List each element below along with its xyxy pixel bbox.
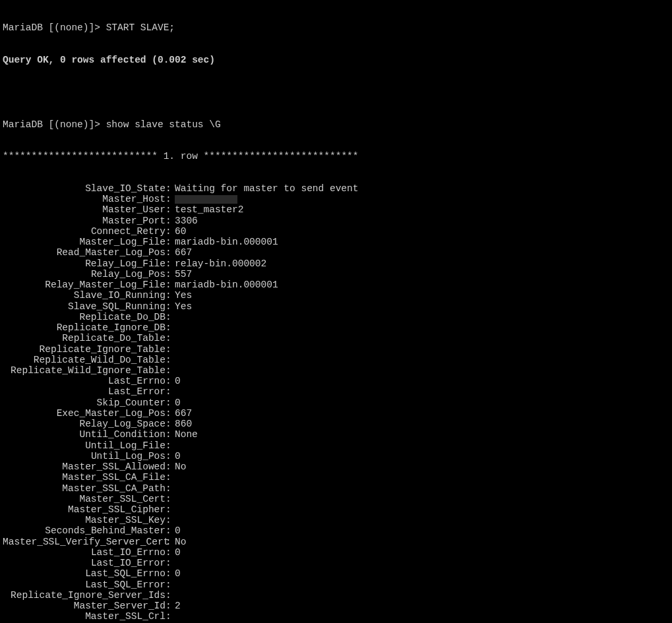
status-row: Last_Error:: [3, 386, 669, 397]
status-row: Slave_IO_Running: Yes: [3, 290, 669, 301]
colon-separator: :: [166, 290, 175, 301]
colon-separator: :: [166, 429, 175, 440]
status-label: Master_SSL_Key: [3, 515, 166, 525]
status-label: Last_SQL_Error: [3, 579, 166, 590]
status-label: Replicate_Wild_Ignore_Table: [3, 365, 166, 376]
status-label: Replicate_Do_DB: [3, 312, 166, 322]
status-row: Read_Master_Log_Pos: 667: [3, 247, 669, 258]
status-row: Until_Log_File:: [3, 440, 669, 451]
status-value: 0: [175, 451, 181, 461]
status-label: Exec_Master_Log_Pos: [3, 408, 166, 419]
colon-separator: :: [166, 483, 175, 494]
colon-separator: :: [166, 461, 175, 472]
colon-separator: :: [166, 568, 175, 579]
status-row: Replicate_Ignore_Table:: [3, 344, 669, 355]
colon-separator: :: [166, 365, 175, 376]
status-label: Until_Condition: [3, 429, 166, 440]
status-label: Last_IO_Error: [3, 558, 166, 568]
status-label: Until_Log_Pos: [3, 451, 166, 461]
status-row: Replicate_Ignore_Server_Ids:: [3, 590, 669, 601]
status-row: Master_SSL_Cipher:: [3, 504, 669, 515]
status-row: Last_SQL_Errno: 0: [3, 568, 669, 579]
status-value: test_master2: [175, 204, 243, 215]
status-label: Replicate_Ignore_DB: [3, 322, 166, 333]
status-label: Master_SSL_Verify_Server_Cert: [3, 537, 166, 547]
command-2: show slave status \G: [106, 119, 221, 130]
status-label: Last_Errno: [3, 376, 166, 386]
status-row: Last_Errno: 0: [3, 376, 669, 386]
status-label: Master_SSL_CA_File: [3, 472, 166, 483]
terminal[interactable]: MariaDB [(none)]> START SLAVE; Query OK,…: [0, 0, 672, 623]
status-value: None: [175, 429, 198, 440]
colon-separator: :: [166, 194, 175, 204]
colon-separator: :: [166, 451, 175, 461]
status-value: 860: [175, 419, 192, 429]
status-row: Replicate_Do_DB:: [3, 312, 669, 322]
status-label: Replicate_Do_Table: [3, 333, 166, 343]
prompt-line-1: MariaDB [(none)]> START SLAVE;: [3, 22, 669, 33]
status-label: Last_Error: [3, 386, 166, 397]
status-value: mariadb-bin.000001: [175, 237, 278, 247]
status-value: 0: [175, 398, 181, 408]
status-value: 0: [175, 568, 181, 579]
prompt-2: MariaDB [(none)]>: [3, 119, 106, 130]
status-row: Master_SSL_Allowed: No: [3, 461, 669, 472]
status-label: Master_Host: [3, 194, 166, 204]
status-label: Connect_Retry: [3, 226, 166, 237]
status-value: Yes: [175, 290, 192, 301]
response-1: Query OK, 0 rows affected (0.002 sec): [3, 55, 669, 65]
status-label: Master_SSL_Cipher: [3, 504, 166, 515]
status-label: Replicate_Ignore_Server_Ids: [3, 590, 166, 601]
colon-separator: :: [166, 515, 175, 525]
colon-separator: :: [166, 216, 175, 226]
blank-line: [3, 87, 669, 98]
status-label: Master_Log_File: [3, 237, 166, 247]
status-row: Replicate_Do_Table:: [3, 333, 669, 343]
colon-separator: :: [166, 547, 175, 558]
status-row: Seconds_Behind_Master: 0: [3, 525, 669, 536]
colon-separator: :: [166, 204, 175, 215]
colon-separator: :: [166, 258, 175, 269]
status-value: 0: [175, 376, 181, 386]
status-row: Relay_Log_Space: 860: [3, 419, 669, 429]
status-row: Slave_SQL_Running: Yes: [3, 301, 669, 312]
status-value: 667: [175, 408, 192, 419]
status-row: Master_SSL_Crl:: [3, 611, 669, 622]
colon-separator: :: [166, 386, 175, 397]
status-row: Replicate_Wild_Ignore_Table:: [3, 365, 669, 376]
redacted-block: [175, 195, 237, 204]
colon-separator: :: [166, 333, 175, 343]
status-row: Last_SQL_Error:: [3, 579, 669, 590]
colon-separator: :: [166, 247, 175, 258]
colon-separator: :: [166, 280, 175, 290]
status-row: Master_Port: 3306: [3, 216, 669, 226]
status-label: Master_SSL_Crl: [3, 611, 166, 622]
colon-separator: :: [166, 301, 175, 312]
status-label: Replicate_Ignore_Table: [3, 344, 166, 355]
status-row: Master_Log_File: mariadb-bin.000001: [3, 237, 669, 247]
status-row: Master_SSL_Key:: [3, 515, 669, 525]
status-label: Master_User: [3, 204, 166, 215]
status-label: Seconds_Behind_Master: [3, 525, 166, 536]
colon-separator: :: [166, 611, 175, 622]
colon-separator: :: [166, 322, 175, 333]
status-row: Master_SSL_CA_Path:: [3, 483, 669, 494]
colon-separator: :: [166, 590, 175, 601]
status-row: Until_Log_Pos: 0: [3, 451, 669, 461]
status-row: Relay_Log_File: relay-bin.000002: [3, 258, 669, 269]
command-1: START SLAVE;: [106, 22, 175, 33]
status-rows: Slave_IO_State: Waiting for master to se…: [3, 183, 669, 623]
status-value: Waiting for master to send event: [175, 183, 358, 194]
status-row: Master_SSL_Cert:: [3, 494, 669, 504]
status-label: Master_Server_Id: [3, 601, 166, 611]
status-label: Read_Master_Log_Pos: [3, 247, 166, 258]
prompt-line-2: MariaDB [(none)]> show slave status \G: [3, 119, 669, 130]
status-row: Last_IO_Error:: [3, 558, 669, 568]
colon-separator: :: [166, 344, 175, 355]
colon-separator: :: [166, 237, 175, 247]
colon-separator: :: [166, 525, 175, 536]
status-row: Relay_Log_Pos: 557: [3, 269, 669, 280]
status-value: 3306: [175, 216, 198, 226]
status-row: Exec_Master_Log_Pos: 667: [3, 408, 669, 419]
status-label: Master_SSL_CA_Path: [3, 483, 166, 494]
